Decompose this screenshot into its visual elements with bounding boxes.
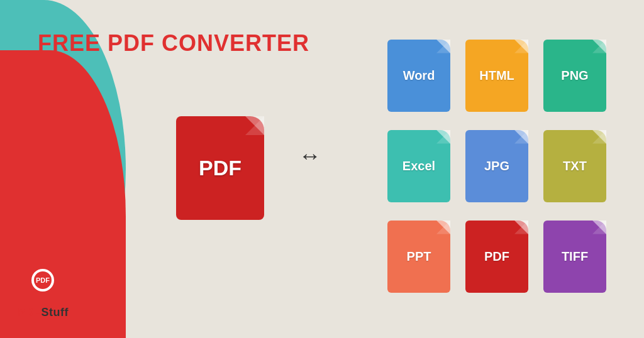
format-label-png: PNG [561,68,588,83]
logo-pdf-text: PDF [18,306,42,319]
format-doc-tiff: TIFF [543,221,606,293]
format-label-excel: Excel [402,159,435,173]
format-doc-txt: TXT [543,130,606,202]
format-label-txt: TXT [563,159,587,173]
format-doc-pdf: PDF [465,221,528,293]
page-title: FREE PDF CONVERTER [38,30,309,57]
doc-fold-icon [514,221,528,234]
doc-fold-icon [592,40,606,53]
doc-fold-icon [436,130,450,144]
doc-fold-icon [514,130,528,144]
pdf-main-document: PDF [176,116,264,220]
format-label-html: HTML [479,68,514,83]
format-label-jpg: JPG [484,159,509,173]
pdf-doc-label: PDF [199,156,242,180]
format-doc-excel: Excel [387,130,450,202]
format-doc-png: PNG [543,40,606,112]
doc-fold-icon [592,130,606,144]
format-label-pdf: PDF [484,249,509,264]
format-label-tiff: TIFF [562,249,588,264]
format-doc-ppt: PPT [387,221,450,293]
doc-fold-icon [436,221,450,234]
logo: PDF PDFStuff [18,258,69,319]
format-doc-html: HTML [465,40,528,112]
format-label-ppt: PPT [407,249,431,264]
doc-fold-icon [436,40,450,53]
format-grid: WordHTMLPNGExcelJPGTXTPPTPDFTIFF [384,35,609,297]
pdf-doc-fold [245,116,264,135]
svg-text:PDF: PDF [36,276,50,284]
doc-fold-icon [592,221,606,234]
format-doc-word: Word [387,40,450,112]
conversion-arrow: ↔ [299,143,321,169]
format-label-word: Word [403,68,435,83]
format-doc-jpg: JPG [465,130,528,202]
logo-stuff-text: Stuff [42,306,69,319]
doc-fold-icon [514,40,528,53]
logo-text: PDFStuff [18,306,69,319]
logo-gear-icon: PDF [21,258,65,302]
